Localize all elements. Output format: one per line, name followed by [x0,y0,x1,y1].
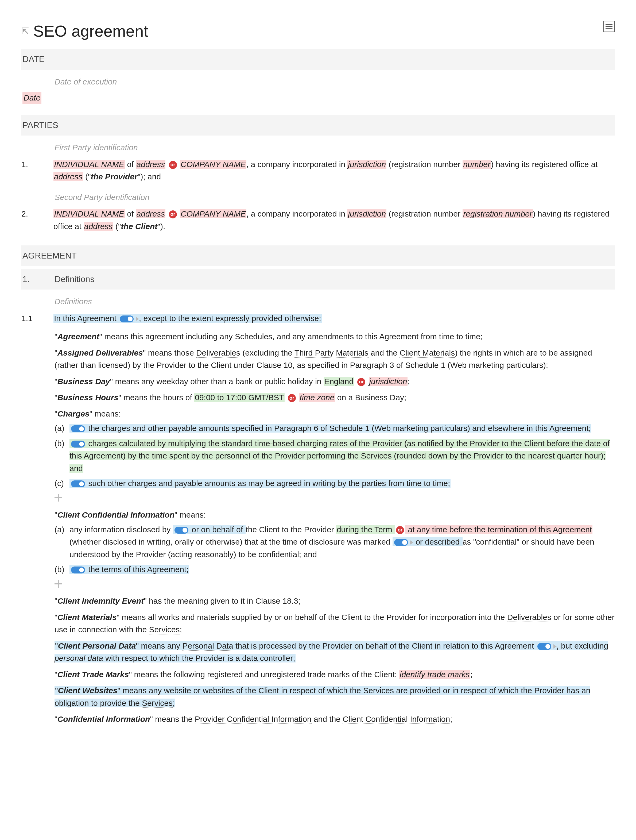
p2-individual[interactable]: INDIVIDUAL NAME [54,209,125,218]
bday-england[interactable]: England [324,377,354,386]
or-badge[interactable]: or [169,161,177,169]
or-badge[interactable]: or [357,378,365,386]
body-agreement: " means this agreement including any Sch… [99,332,483,341]
cw-end: ; [173,699,175,707]
def-ci: "Confidential Information" means the Pro… [21,713,615,726]
p1-individual[interactable]: INDIVIDUAL NAME [54,160,125,169]
cie-body: " has the meaning given to it in Clause … [144,597,301,605]
ctm-var[interactable]: identify trade marks [399,670,470,679]
ci-d1[interactable]: Provider Confidential Information [195,715,312,724]
play-icon [410,540,413,545]
def-cie: "Client Indemnity Event" has the meaning… [21,595,615,608]
toggle-icon[interactable] [120,316,134,322]
term-cci: Client Confidential Information [57,510,175,519]
date-hint: Date of execution [21,70,615,90]
p1-address2[interactable]: address [54,172,83,181]
cci-a3: the Client to the Provider [246,525,336,534]
party1-hint: First Party identification [21,136,615,156]
cci-a7: or described [416,537,462,546]
bhours-tz[interactable]: time zone [299,393,335,402]
toggle-icon[interactable] [394,539,408,546]
toggle-icon[interactable] [71,425,85,432]
p2-juris[interactable]: jurisdiction [347,209,386,218]
section-header-parties: PARTIES [21,115,615,136]
charges-a: (a) the charges and other payable amount… [55,422,615,435]
or-badge[interactable]: or [288,394,296,402]
p2-inc: , a company incorporated in [246,209,348,218]
party2-hint: Second Party identification [21,185,615,206]
cci-body: " means: [175,510,206,519]
ci-body: " means the [150,715,195,723]
or-badge[interactable]: or [169,210,177,218]
party1-number: 1. [21,158,46,183]
p2-address1[interactable]: address [136,209,166,218]
p2-address2[interactable]: address [83,222,113,231]
cw-s2[interactable]: Services [142,699,173,708]
p1-of: of [125,160,136,169]
toggle-icon[interactable] [537,643,551,650]
ci-d2[interactable]: Client Confidential Information [343,715,450,724]
cm-d1[interactable]: Deliverables [507,613,551,622]
toc-icon[interactable] [603,21,615,32]
toggle-icon[interactable] [71,480,85,487]
play-icon [553,644,557,649]
bhours-time[interactable]: 09:00 to 17:00 GMT/BST [194,393,285,402]
party2-content: INDIVIDUAL NAME of address or COMPANY NA… [54,208,615,232]
clause-1-1: 1.1 In this Agreement , except to the ex… [21,310,615,327]
charges-a-letter: (a) [55,422,66,435]
cpd-b1: " means any [136,641,182,650]
cpd-d1[interactable]: Personal Data [183,641,233,651]
term-ctm: Client Trade Marks [57,670,129,679]
term-ci: Confidential Information [57,715,150,723]
p2-of: of [125,209,136,218]
cm-d2[interactable]: Services [149,625,180,635]
assigned-d3[interactable]: Client Materials [400,348,455,358]
assigned-d2[interactable]: Third Party Materials [294,348,368,358]
term-cm: Client Materials [57,613,117,622]
add-icon[interactable] [55,494,62,502]
p1-company[interactable]: COMPANY NAME [180,160,246,169]
p2-defopen: (" [113,222,121,231]
cci-a-letter: (a) [55,523,66,561]
charges-b-letter: (b) [55,437,66,475]
term-cw: Client Websites [58,686,118,695]
charges-b: (b) charges calculated by multiplying th… [55,437,615,475]
bhours-end: ; [404,393,406,402]
p1-defclose: "); and [138,172,161,181]
p2-number[interactable]: registration number [463,209,532,218]
section-header-date: DATE [21,49,615,70]
add-icon[interactable] [55,580,62,587]
toggle-icon[interactable] [71,567,85,573]
cci-a4[interactable]: during the Term [336,525,395,534]
cw-s1[interactable]: Services [363,686,394,695]
p2-company[interactable]: COMPANY NAME [180,209,246,218]
bhours-bd[interactable]: Business Day [355,393,404,403]
toggle-icon[interactable] [71,441,85,448]
term-charges: Charges [57,409,90,418]
title-text: SEO agreement [33,19,148,44]
assigned-d1[interactable]: Deliverables [196,348,240,358]
def-ctm: "Client Trade Marks" means the following… [21,668,615,681]
document-title: ⇱ SEO agreement [21,19,615,44]
cci-a5[interactable]: at any time before the termination of th… [405,525,592,534]
p1-number[interactable]: number [463,160,491,169]
party2-number: 2. [21,208,46,232]
term-assigned: Assigned Deliverables [57,348,143,357]
def-cpd: "Client Personal Data" means any Persona… [21,640,615,665]
bhours-body: " means the hours of [118,393,194,402]
cm-b1: " means all works and materials supplied… [116,613,507,622]
p2-defclose: "). [157,222,165,231]
cci-b: (b) the terms of this Agreement; [55,563,615,576]
p1-address1[interactable]: address [136,160,166,169]
p2-deflabel: the Client [121,222,157,231]
date-field[interactable]: Date [22,92,41,104]
cw-b1: " means any website or websites of the C… [118,686,363,695]
clause1-num: 1. [22,273,47,286]
p1-juris[interactable]: jurisdiction [347,160,386,169]
charges-a-text: the charges and other payable amounts sp… [88,424,591,433]
bday-juris[interactable]: jurisdiction [369,377,408,386]
toggle-icon[interactable] [175,527,188,534]
p2-regopen: (registration number [386,209,463,218]
or-badge[interactable]: or [396,526,404,534]
clause1-title: Definitions [55,273,94,286]
